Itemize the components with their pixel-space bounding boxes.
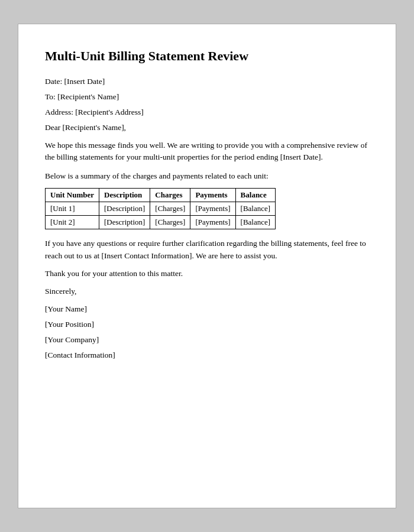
table-cell: [Description] [99,202,150,216]
your-company: [Your Company] [45,335,369,345]
date-line: Date: [Insert Date] [45,77,369,86]
table-cell: [Unit 2] [46,216,99,229]
table-cell: [Description] [99,216,150,229]
address-line: Address: [Recipient's Address] [45,108,369,117]
table-row: [Unit 2][Description][Charges][Payments]… [46,216,276,229]
table-header-row: Unit Number Description Charges Payments… [46,189,276,202]
col-payments: Payments [190,189,235,202]
table-cell: [Charges] [150,202,190,216]
salutation: Dear [Recipient's Name], [45,123,369,132]
to-line: To: [Recipient's Name] [45,92,369,102]
thank-you: Thank you for your attention to this mat… [45,269,369,278]
summary-intro: Below is a summary of the charges and pa… [45,170,369,182]
table-cell: [Payments] [190,202,235,216]
table-cell: [Charges] [150,216,190,229]
document-page: Multi-Unit Billing Statement Review Date… [18,24,396,508]
table-row: [Unit 1][Description][Charges][Payments]… [46,202,276,216]
your-name: [Your Name] [45,304,369,314]
your-position: [Your Position] [45,320,369,329]
closing-paragraph: If you have any questions or require fur… [45,238,369,262]
col-unit-number: Unit Number [46,189,99,202]
table-cell: [Balance] [235,202,276,216]
col-description: Description [99,189,150,202]
col-charges: Charges [150,189,190,202]
body-paragraph-1: We hope this message finds you well. We … [45,140,369,164]
table-cell: [Balance] [235,216,276,229]
sincerely: Sincerely, [45,287,369,296]
document-title: Multi-Unit Billing Statement Review [45,48,369,65]
table-cell: [Payments] [190,216,235,229]
col-balance: Balance [235,189,276,202]
contact-info: [Contact Information] [45,351,369,360]
table-cell: [Unit 1] [46,202,99,216]
billing-table: Unit Number Description Charges Payments… [45,188,276,229]
